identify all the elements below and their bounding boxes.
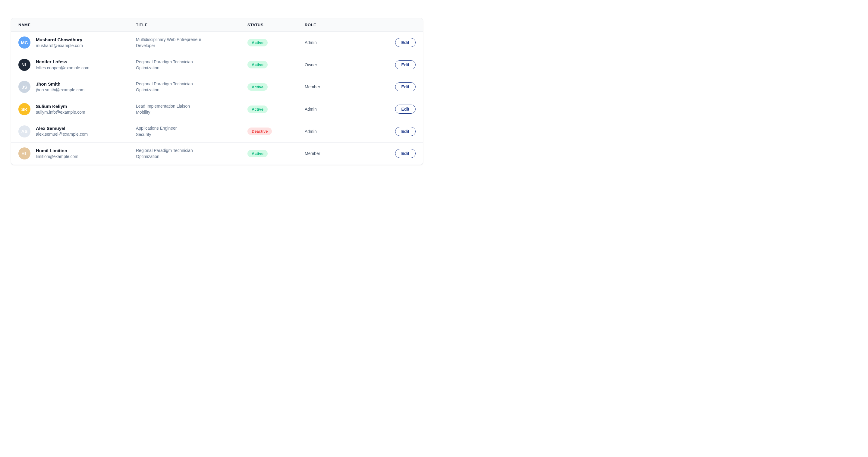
table-header: NAME TITLE STATUS ROLE	[11, 19, 423, 31]
table-row: MCMusharof Chowdhurymusharof@example.com…	[11, 31, 423, 54]
title-cell: Multidisciplinary Web EntrepreneurDevelo…	[136, 36, 247, 49]
avatar: HL	[19, 147, 30, 159]
role-cell: Admin	[305, 40, 371, 45]
title-cell: Lead Implementation LiaisonMobility	[136, 103, 247, 116]
avatar: SK	[19, 103, 30, 115]
action-cell: Edit	[371, 149, 415, 158]
status-cell: Active	[247, 105, 305, 113]
status-badge: Active	[247, 39, 268, 47]
status-cell: Active	[247, 61, 305, 68]
role-cell: Admin	[305, 107, 371, 112]
table-row: NLNenifer Lofessloffes.cooper@example.co…	[11, 54, 423, 76]
job-title: Regional Paradigm Technician	[136, 147, 247, 153]
action-cell: Edit	[371, 104, 415, 114]
table-row: ASAlex Semuyelalex.semuel@example.comApp…	[11, 120, 423, 142]
user-name: Humil Limition	[36, 148, 79, 154]
table-row: JSJhon Smithjhon.smith@example.comRegion…	[11, 76, 423, 98]
title-cell: Regional Paradigm TechnicianOptimization	[136, 59, 247, 71]
column-header-title: TITLE	[136, 23, 247, 27]
job-title: Regional Paradigm Technician	[136, 81, 247, 87]
user-email: loffes.cooper@example.com	[36, 65, 89, 71]
status-cell: Active	[247, 150, 305, 157]
job-department: Security	[136, 131, 247, 138]
users-table: NAME TITLE STATUS ROLE MCMusharof Chowdh…	[11, 18, 423, 165]
job-title: Lead Implementation Liaison	[136, 103, 247, 109]
user-name: Sulium Keliym	[36, 103, 85, 110]
user-email: suliym.info@example.com	[36, 110, 85, 115]
edit-button[interactable]: Edit	[395, 127, 415, 136]
job-department: Optimization	[136, 87, 247, 93]
job-title: Multidisciplinary Web Entrepreneur	[136, 36, 247, 42]
user-email: limition@example.com	[36, 154, 79, 159]
status-badge: Active	[247, 150, 268, 157]
user-email: musharof@example.com	[36, 43, 83, 49]
user-name: Nenifer Lofess	[36, 59, 89, 65]
table-row: HLHumil Limitionlimition@example.comRegi…	[11, 142, 423, 164]
table-body: MCMusharof Chowdhurymusharof@example.com…	[11, 31, 423, 164]
user-cell: MCMusharof Chowdhurymusharof@example.com	[19, 36, 136, 49]
action-cell: Edit	[371, 38, 415, 47]
job-title: Regional Paradigm Technician	[136, 59, 247, 65]
role-cell: Admin	[305, 129, 371, 134]
column-header-status: STATUS	[247, 23, 305, 27]
avatar: AS	[19, 125, 30, 138]
role-cell: Owner	[305, 62, 371, 67]
edit-button[interactable]: Edit	[395, 82, 415, 91]
job-department: Mobility	[136, 109, 247, 115]
column-header-name: NAME	[19, 23, 136, 27]
job-department: Optimization	[136, 153, 247, 159]
status-badge: Deactive	[247, 127, 272, 135]
user-cell: NLNenifer Lofessloffes.cooper@example.co…	[19, 59, 136, 71]
avatar: NL	[19, 59, 30, 71]
action-cell: Edit	[371, 60, 415, 69]
avatar: JS	[19, 81, 30, 93]
edit-button[interactable]: Edit	[395, 104, 415, 114]
edit-button[interactable]: Edit	[395, 60, 415, 69]
user-cell: HLHumil Limitionlimition@example.com	[19, 147, 136, 159]
title-cell: Regional Paradigm TechnicianOptimization	[136, 81, 247, 93]
title-cell: Applications EngineerSecurity	[136, 125, 247, 138]
status-badge: Active	[247, 61, 268, 68]
user-email: jhon.smith@example.com	[36, 87, 84, 93]
role-cell: Member	[305, 151, 371, 156]
user-name: Jhon Smith	[36, 81, 84, 87]
action-cell: Edit	[371, 127, 415, 136]
action-cell: Edit	[371, 82, 415, 91]
column-header-role: ROLE	[305, 23, 371, 27]
avatar: MC	[19, 36, 30, 49]
status-cell: Active	[247, 39, 305, 47]
user-email: alex.semuel@example.com	[36, 131, 88, 137]
edit-button[interactable]: Edit	[395, 38, 415, 47]
status-cell: Deactive	[247, 127, 305, 135]
job-department: Optimization	[136, 65, 247, 71]
user-cell: JSJhon Smithjhon.smith@example.com	[19, 81, 136, 93]
status-cell: Active	[247, 83, 305, 91]
table-row: SKSulium Keliymsuliym.info@example.comLe…	[11, 98, 423, 120]
status-badge: Active	[247, 105, 268, 113]
user-name: Alex Semuyel	[36, 125, 88, 131]
title-cell: Regional Paradigm TechnicianOptimization	[136, 147, 247, 160]
user-name: Musharof Chowdhury	[36, 37, 83, 43]
user-cell: ASAlex Semuyelalex.semuel@example.com	[19, 125, 136, 138]
user-cell: SKSulium Keliymsuliym.info@example.com	[19, 103, 136, 115]
status-badge: Active	[247, 83, 268, 91]
job-department: Developer	[136, 42, 247, 49]
job-title: Applications Engineer	[136, 125, 247, 131]
edit-button[interactable]: Edit	[395, 149, 415, 158]
role-cell: Member	[305, 84, 371, 89]
